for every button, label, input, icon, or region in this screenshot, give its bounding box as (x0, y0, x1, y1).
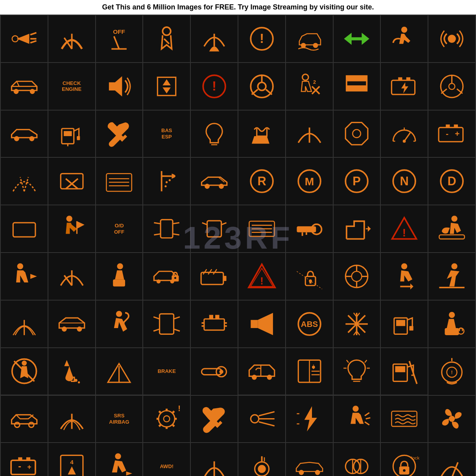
svg-text:R: R (257, 174, 266, 188)
svg-line-62 (404, 133, 410, 141)
svg-rect-202 (395, 366, 406, 372)
svg-point-19 (13, 89, 18, 94)
cell-r3c3 (96, 111, 143, 157)
svg-line-220 (159, 425, 161, 426)
cell-r4c4 (143, 158, 190, 205)
cell-r3c6 (238, 111, 285, 157)
brake-label: BRAKE (158, 368, 176, 375)
cell-r2c9 (381, 63, 428, 110)
svg-point-234 (449, 416, 455, 422)
svg-text:!: ! (178, 404, 181, 413)
cell-r9c5 (191, 396, 238, 443)
svg-point-250 (299, 470, 304, 475)
svg-rect-155 (209, 315, 213, 319)
svg-text:!: ! (260, 275, 264, 286)
svg-text:M: M (304, 175, 314, 188)
svg-point-81 (169, 179, 171, 181)
cell-r1c7 (286, 15, 333, 62)
cell-r6c1 (1, 253, 48, 300)
cell-r2c6 (238, 63, 285, 110)
cell-r9c4: ! (143, 396, 190, 443)
cell-r10c3 (96, 443, 143, 476)
svg-point-229 (353, 406, 359, 411)
cell-r6c2 (48, 253, 95, 300)
cell-r8c3 (96, 348, 143, 395)
svg-text:2: 2 (313, 79, 315, 85)
svg-marker-242 (68, 467, 76, 475)
cell-r6c5 (191, 253, 238, 300)
cell-r8c10: ! (428, 348, 475, 395)
icon-grid: OFF ! (0, 15, 476, 476)
cell-r2c1 (1, 63, 48, 110)
svg-rect-41 (406, 77, 410, 80)
svg-point-209 (29, 422, 34, 428)
svg-line-199 (347, 360, 349, 363)
cell-r4c3 (96, 158, 143, 205)
check-engine-label: CHECKENGINE (62, 80, 81, 92)
svg-marker-22 (162, 79, 171, 85)
svg-point-126 (174, 277, 176, 279)
cell-r1c9 (381, 15, 428, 62)
cell-r9c6 (238, 396, 285, 443)
cell-r6c6: ! (238, 253, 285, 300)
cell-r6c7 (286, 253, 333, 300)
cell-r5c5 (191, 205, 238, 252)
svg-line-218 (173, 425, 174, 426)
svg-point-211 (159, 411, 175, 427)
cell-r10c10 (428, 443, 475, 476)
svg-rect-153 (160, 314, 174, 334)
svg-rect-172 (396, 320, 405, 326)
cell-r1c6: ! (238, 15, 285, 62)
svg-rect-99 (161, 220, 173, 238)
svg-point-208 (15, 422, 20, 428)
svg-line-70 (24, 177, 28, 192)
cell-r6c4 (143, 253, 190, 300)
svg-rect-51 (64, 131, 72, 137)
svg-rect-100 (207, 221, 221, 237)
cell-r6c10 (428, 253, 475, 300)
cell-r4c10: D (428, 158, 475, 205)
svg-point-82 (165, 185, 167, 187)
cell-r1c3: OFF (96, 15, 143, 62)
svg-marker-16 (344, 33, 369, 45)
svg-line-10 (164, 39, 169, 44)
cell-r3c9 (381, 111, 428, 157)
cell-r1c1 (1, 15, 48, 62)
svg-point-187 (252, 375, 257, 380)
svg-marker-57 (346, 123, 368, 145)
svg-rect-36 (347, 85, 367, 91)
cell-r10c9: lock (381, 443, 428, 476)
svg-point-180 (74, 379, 77, 382)
cell-r9c9 (381, 396, 428, 443)
svg-point-212 (164, 416, 170, 422)
svg-rect-52 (77, 136, 80, 140)
svg-text:4: 4 (70, 459, 74, 466)
cell-r1c2 (48, 15, 95, 62)
svg-marker-226 (304, 406, 317, 432)
cell-r7c8 (334, 301, 380, 347)
svg-point-83 (205, 184, 210, 189)
svg-rect-235 (11, 460, 35, 474)
cell-r4c9: N (381, 158, 428, 205)
cell-r7c1 (1, 301, 48, 347)
cell-r8c5 (191, 348, 238, 395)
svg-line-200 (365, 360, 367, 363)
svg-point-49 (29, 136, 34, 141)
svg-point-17 (401, 27, 407, 33)
cell-r9c7 (286, 396, 333, 443)
cell-r3c1 (1, 111, 48, 157)
od-off-label: O/DOFF (114, 223, 124, 235)
svg-marker-244 (126, 472, 132, 476)
svg-marker-145 (410, 283, 413, 289)
svg-point-27 (258, 82, 266, 90)
cell-r8c7: i (286, 348, 333, 395)
cell-r4c2 (48, 158, 95, 205)
svg-point-247 (258, 465, 266, 473)
svg-point-179 (22, 361, 27, 366)
svg-point-63 (403, 140, 406, 143)
cell-r1c4 (143, 15, 190, 62)
cell-r4c7: M (286, 158, 333, 205)
svg-point-186 (219, 370, 223, 374)
svg-point-188 (267, 375, 272, 380)
svg-text:!: ! (451, 370, 452, 376)
